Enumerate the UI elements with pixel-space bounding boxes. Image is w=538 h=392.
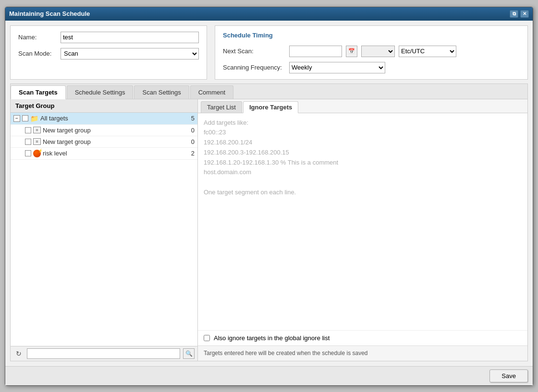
hint-line-2: 192.168.200.1/24 (204, 138, 522, 148)
ignore-hint: Add targets like: fc00::23 192.168.200.1… (204, 118, 522, 198)
ignore-area: Add targets like: fc00::23 192.168.200.1… (198, 113, 527, 330)
tab-scan-targets[interactable]: Scan Targets (11, 85, 66, 99)
name-row: Name: (18, 32, 199, 43)
hint-line-4: 192.168.1.20-192.168.1.30 % This is a co… (204, 158, 522, 168)
tabs-section: Scan Targets Schedule Settings Scan Sett… (10, 83, 528, 361)
calendar-button[interactable]: 📅 (346, 46, 357, 57)
tab-content: Target Group − 📁 All targets 5 ≡ (11, 99, 527, 361)
next-scan-date-input[interactable] (289, 46, 342, 57)
risk-level-count: 2 (185, 150, 195, 157)
right-form: Schedule Timing Next Scan: 📅 Etc/UTC Sca… (215, 25, 528, 80)
window-body: Name: Scan Mode: Scan Discovery Complian… (5, 21, 533, 366)
hint-line-5: host.domain.com (204, 167, 522, 178)
frequency-select[interactable]: Once Daily Weekly Monthly (289, 62, 385, 73)
spacer (204, 198, 522, 325)
name-input[interactable] (61, 32, 199, 43)
new-target-2-label: New target group (43, 138, 91, 145)
table-row[interactable]: ≡ New target group 0 (11, 136, 197, 148)
titlebar-controls: ⧉ ✕ (510, 10, 529, 18)
frequency-row: Scanning Frequency: Once Daily Weekly Mo… (223, 62, 520, 73)
scan-mode-select[interactable]: Scan Discovery Compliance (61, 48, 199, 59)
all-targets-checkbox[interactable] (22, 115, 28, 121)
schedule-title: Schedule Timing (223, 32, 520, 39)
window-title: Maintaining Scan Schedule (9, 10, 90, 17)
folder-icon: 📁 (30, 115, 38, 122)
group-icon: ≡ (33, 138, 41, 145)
bottom-bar: ↻ 🔍 (11, 346, 197, 361)
frequency-label: Scanning Frequency: (223, 64, 285, 71)
footer: Save (5, 366, 533, 385)
hint-line-0: Add targets like: (204, 118, 522, 128)
save-button[interactable]: Save (489, 369, 528, 382)
all-targets-count: 5 (185, 115, 195, 122)
status-message: Targets entered here will be created whe… (204, 350, 368, 356)
name-label: Name: (18, 34, 57, 41)
status-bar: Targets entered here will be created whe… (198, 345, 527, 361)
scan-mode-label: Scan Mode: (18, 50, 57, 57)
new-target-1-label: New target group (43, 127, 91, 134)
top-section: Name: Scan Mode: Scan Discovery Complian… (10, 25, 528, 80)
hint-line-1: fc00::23 (204, 128, 522, 138)
search-input[interactable] (27, 348, 180, 359)
table-row[interactable]: ≡ New target group 0 (11, 125, 197, 136)
table-row[interactable]: − 📁 All targets 5 (11, 113, 197, 125)
hint-line-7: One target segment on each line. (204, 188, 522, 198)
all-targets-label: All targets (40, 115, 68, 122)
left-form: Name: Scan Mode: Scan Discovery Complian… (10, 25, 207, 80)
right-panel: Target List Ignore Targets Add targets l… (198, 99, 527, 361)
panel-header: Target Group (11, 99, 197, 113)
timezone-select[interactable]: Etc/UTC (399, 46, 456, 57)
group-icon: ≡ (33, 127, 41, 133)
also-ignore-checkbox[interactable] (204, 335, 210, 341)
tab-ignore-targets[interactable]: Ignore Targets (243, 101, 298, 113)
target-group-panel: Target Group − 📁 All targets 5 ≡ (11, 99, 198, 361)
tabs-bar: Scan Targets Schedule Settings Scan Sett… (11, 84, 527, 99)
hint-line-6 (204, 178, 522, 188)
tab-scan-settings[interactable]: Scan Settings (134, 85, 189, 99)
next-scan-row: Next Scan: 📅 Etc/UTC (223, 46, 520, 57)
scan-mode-row: Scan Mode: Scan Discovery Compliance (18, 48, 199, 59)
time-select[interactable] (361, 46, 395, 57)
target-list: − 📁 All targets 5 ≡ New target group 0 (11, 113, 197, 346)
table-row[interactable]: risk level 2 (11, 148, 197, 160)
titlebar: Maintaining Scan Schedule ⧉ ✕ (5, 7, 533, 21)
new-target-1-checkbox[interactable] (25, 127, 31, 133)
refresh-button[interactable]: ↻ (13, 348, 24, 359)
search-button[interactable]: 🔍 (183, 348, 195, 359)
restore-button[interactable]: ⧉ (510, 10, 518, 18)
also-ignore-label: Also ignore targets in the global ignore… (214, 334, 330, 342)
risk-level-label: risk level (43, 150, 67, 157)
main-window: Maintaining Scan Schedule ⧉ ✕ Name: Scan… (5, 7, 533, 386)
tab-schedule-settings[interactable]: Schedule Settings (67, 85, 134, 99)
tab-comment[interactable]: Comment (190, 85, 233, 99)
tab-target-list[interactable]: Target List (201, 101, 242, 113)
also-ignore-row: Also ignore targets in the global ignore… (198, 330, 527, 345)
close-button[interactable]: ✕ (520, 10, 529, 18)
expand-icon[interactable]: − (13, 115, 20, 122)
next-scan-label: Next Scan: (223, 48, 285, 55)
risk-level-icon (33, 150, 41, 157)
hint-line-3: 192.168.200.3-192.168.200.15 (204, 148, 522, 158)
new-target-2-checkbox[interactable] (25, 139, 31, 145)
new-target-1-count: 0 (185, 127, 195, 134)
right-tabs: Target List Ignore Targets (198, 99, 527, 113)
risk-level-checkbox[interactable] (25, 150, 31, 156)
new-target-2-count: 0 (185, 138, 195, 145)
